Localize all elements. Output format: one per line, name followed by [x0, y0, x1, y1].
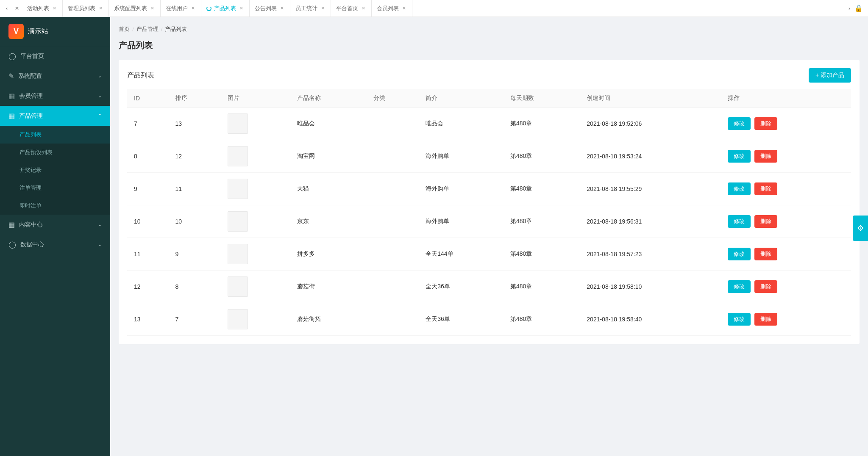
cell-name: 唯品会 [290, 108, 367, 140]
breadcrumb-product-mgmt[interactable]: 产品管理 [136, 25, 159, 33]
product-table: ID 排序 图片 产品名称 分类 简介 每天期数 创建时间 操作 7 [127, 89, 851, 336]
submenu-realtime-order[interactable]: 即时注单 [0, 197, 110, 215]
cell-created: 2021-08-18 19:58:40 [580, 303, 721, 336]
tab-member[interactable]: 会员列表 ✕ [372, 0, 412, 17]
delete-button[interactable]: 删除 [754, 248, 777, 260]
table-row: 12 8 蘑菇街 全天36单 第480章 2021-08-18 19:58:10… [127, 271, 851, 303]
submenu-order-mgmt[interactable]: 注单管理 [0, 179, 110, 197]
col-sort: 排序 [169, 89, 221, 108]
tab-member-label: 会员列表 [377, 5, 399, 12]
sidebar-item-sysconfig[interactable]: ✎ 系统配置 ⌄ [0, 66, 110, 86]
delete-button[interactable]: 删除 [754, 313, 777, 326]
tab-activity-label: 活动列表 [27, 5, 49, 12]
cell-action: 修改 删除 [721, 173, 851, 205]
tab-product-label: 产品列表 [214, 5, 236, 12]
tab-sysconfig[interactable]: 系统配置列表 ✕ [109, 0, 161, 17]
cell-desc: 海外购单 [419, 173, 504, 205]
col-name: 产品名称 [290, 89, 367, 108]
col-image: 图片 [221, 89, 290, 108]
cell-category [367, 140, 419, 173]
cell-id: 12 [127, 271, 169, 303]
logo-icon: V [8, 24, 24, 39]
sidebar-item-member[interactable]: ▦ 会员管理 ⌄ [0, 86, 110, 106]
sidebar-item-product-label: 产品管理 [19, 112, 94, 120]
delete-button[interactable]: 删除 [754, 280, 777, 293]
cell-id: 11 [127, 238, 169, 271]
tab-next-btn[interactable]: › [844, 3, 854, 14]
sidebar-item-sysconfig-label: 系统配置 [18, 72, 94, 80]
tab-platform[interactable]: 平台首页 ✕ [331, 0, 372, 17]
cell-image [221, 271, 290, 303]
tab-online[interactable]: 在线用户 ✕ [161, 0, 201, 17]
cell-action: 修改 删除 [721, 140, 851, 173]
tab-platform-label: 平台首页 [336, 5, 358, 12]
data-icon: ◯ [8, 240, 16, 249]
edit-button[interactable]: 修改 [728, 117, 751, 130]
delete-button[interactable]: 删除 [754, 150, 777, 163]
tab-product-spinner [206, 6, 211, 11]
submenu-lottery[interactable]: 开奖记录 [0, 161, 110, 179]
delete-button[interactable]: 删除 [754, 117, 777, 130]
add-product-button[interactable]: + 添加产品 [809, 68, 851, 83]
breadcrumb-home[interactable]: 首页 [119, 25, 130, 33]
sidebar-item-data[interactable]: ◯ 数据中心 ⌄ [0, 235, 110, 254]
breadcrumb-current: 产品列表 [165, 25, 187, 33]
edit-button[interactable]: 修改 [728, 150, 751, 163]
tab-close-all-btn[interactable]: ✕ [12, 3, 22, 14]
tab-member-close[interactable]: ✕ [401, 5, 407, 12]
tab-notice-close[interactable]: ✕ [279, 5, 285, 12]
lock-icon[interactable]: 🔒 [854, 4, 863, 12]
cell-image [221, 140, 290, 173]
product-submenu: 产品列表 产品预设列表 开奖记录 注单管理 即时注单 [0, 126, 110, 215]
tab-product-close[interactable]: ✕ [239, 5, 244, 12]
cell-category [367, 173, 419, 205]
cell-category [367, 271, 419, 303]
cell-created: 2021-08-18 19:57:23 [580, 238, 721, 271]
tab-sysconfig-close[interactable]: ✕ [150, 5, 155, 12]
tab-notice[interactable]: 公告列表 ✕ [250, 0, 290, 17]
product-arrow-icon: ⌃ [98, 113, 102, 119]
cell-name: 蘑菇街 [290, 271, 367, 303]
sidebar-item-content[interactable]: ▦ 内容中心 ⌄ [0, 215, 110, 235]
cell-id: 9 [127, 173, 169, 205]
cell-desc: 海外购单 [419, 205, 504, 238]
member-icon: ▦ [8, 92, 15, 100]
delete-button[interactable]: 删除 [754, 182, 777, 195]
sidebar-item-platform[interactable]: ◯ 平台首页 [0, 46, 110, 66]
cell-created: 2021-08-18 19:56:31 [580, 205, 721, 238]
tab-prev-btn[interactable]: ‹ [2, 3, 12, 14]
tab-staff-close[interactable]: ✕ [320, 5, 326, 12]
cell-image [221, 173, 290, 205]
edit-button[interactable]: 修改 [728, 215, 751, 228]
tab-activity-close[interactable]: ✕ [52, 5, 57, 12]
cell-image [221, 205, 290, 238]
tab-product[interactable]: 产品列表 ✕ [201, 0, 250, 17]
col-periods: 每天期数 [504, 89, 580, 108]
edit-button[interactable]: 修改 [728, 280, 751, 293]
edit-button[interactable]: 修改 [728, 313, 751, 326]
submenu-product-preview[interactable]: 产品预设列表 [0, 144, 110, 161]
product-image-placeholder [228, 276, 248, 297]
cell-action: 修改 删除 [721, 238, 851, 271]
delete-button[interactable]: 删除 [754, 215, 777, 228]
cell-image [221, 238, 290, 271]
cell-desc: 唯品会 [419, 108, 504, 140]
sidebar-item-product[interactable]: ▦ 产品管理 ⌃ [0, 106, 110, 126]
tab-admin[interactable]: 管理员列表 ✕ [63, 0, 109, 17]
submenu-product-list[interactable]: 产品列表 [0, 126, 110, 144]
tab-platform-close[interactable]: ✕ [361, 5, 366, 12]
cell-category [367, 205, 419, 238]
tab-admin-close[interactable]: ✕ [98, 5, 103, 12]
tab-activity[interactable]: 活动列表 ✕ [22, 0, 63, 17]
tab-staff[interactable]: 员工统计 ✕ [290, 0, 331, 17]
gear-button[interactable]: ⚙ [853, 216, 868, 241]
edit-button[interactable]: 修改 [728, 182, 751, 195]
table-header-row: ID 排序 图片 产品名称 分类 简介 每天期数 创建时间 操作 [127, 89, 851, 108]
cell-name: 拼多多 [290, 238, 367, 271]
tab-online-close[interactable]: ✕ [190, 5, 196, 12]
edit-button[interactable]: 修改 [728, 248, 751, 260]
cell-sort: 8 [169, 271, 221, 303]
submenu-product-preview-label: 产品预设列表 [19, 149, 53, 156]
cell-periods: 第480章 [504, 140, 580, 173]
cell-sort: 7 [169, 303, 221, 336]
